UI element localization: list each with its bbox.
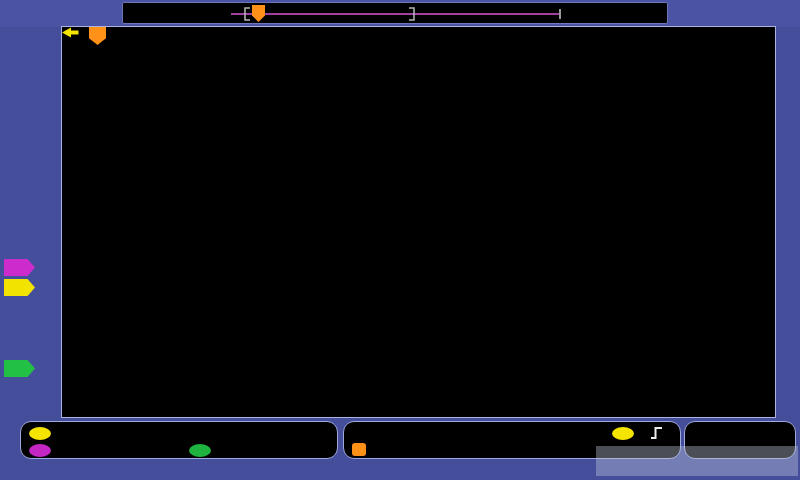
- channel-1-position-marker[interactable]: [4, 279, 35, 296]
- ch3-badge: [29, 444, 51, 457]
- oscilloscope-screen: [0, 0, 800, 480]
- channel-4-position-marker[interactable]: [4, 360, 35, 377]
- window-bracket-left-icon: [243, 7, 251, 21]
- record-end-tick: [559, 9, 561, 19]
- watermark: [596, 446, 798, 476]
- top-bar: [0, 0, 800, 27]
- trigger-position-icon: [352, 443, 366, 456]
- overview-trigger-marker-icon: [252, 5, 265, 22]
- record-overview-bar[interactable]: [122, 2, 668, 24]
- trigger-source-badge: [612, 427, 634, 440]
- waveform-canvas: [62, 27, 775, 417]
- channel-readout-box[interactable]: [20, 421, 338, 459]
- ch4-badge: [189, 444, 211, 457]
- channel-3-position-marker[interactable]: [4, 259, 35, 276]
- window-bracket-right-icon: [408, 7, 416, 21]
- trigger-level-arrow-icon[interactable]: [62, 27, 79, 38]
- ch1-badge: [29, 427, 51, 440]
- trigger-slope-rising-icon: [650, 426, 663, 444]
- graticule[interactable]: [62, 27, 775, 417]
- record-line: [231, 13, 561, 15]
